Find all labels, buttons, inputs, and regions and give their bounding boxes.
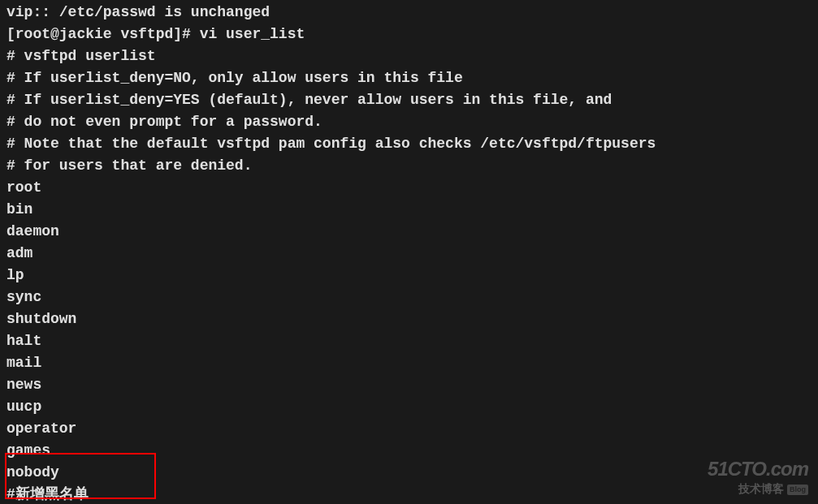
terminal-line: # If userlist_deny=NO, only allow users …: [6, 67, 812, 89]
terminal-line: halt: [6, 330, 812, 352]
terminal-line: daemon: [6, 221, 812, 243]
terminal-line-prompt: [root@jackie vsftpd]# vi user_list: [6, 24, 812, 45]
terminal-line: #新增黑名单: [6, 484, 812, 504]
watermark-main: 51CTO.com: [708, 454, 808, 484]
terminal-line: operator: [6, 418, 812, 440]
terminal-output[interactable]: vip:: /etc/passwd is unchanged [root@jac…: [6, 2, 812, 504]
terminal-line: # Note that the default vsftpd pam confi…: [6, 133, 812, 155]
terminal-line: games: [6, 440, 812, 462]
terminal-line: shutdown: [6, 308, 812, 330]
terminal-line: root: [6, 177, 812, 199]
terminal-line: nobody: [6, 462, 812, 484]
terminal-line: # do not even prompt for a password.: [6, 111, 812, 133]
terminal-line: # for users that are denied.: [6, 155, 812, 177]
watermark-badge: Blog: [787, 485, 808, 496]
terminal-line: vip:: /etc/passwd is unchanged: [6, 2, 812, 24]
terminal-line: uucp: [6, 396, 812, 418]
terminal-line: mail: [6, 352, 812, 374]
terminal-line: sync: [6, 286, 812, 308]
terminal-line: lp: [6, 265, 812, 286]
terminal-line: # vsftpd userlist: [6, 45, 812, 67]
watermark: 51CTO.com 技术博客Blog: [708, 454, 808, 498]
terminal-line: bin: [6, 199, 812, 221]
terminal-line: adm: [6, 243, 812, 265]
terminal-line: # If userlist_deny=YES (default), never …: [6, 89, 812, 111]
terminal-line: news: [6, 374, 812, 396]
